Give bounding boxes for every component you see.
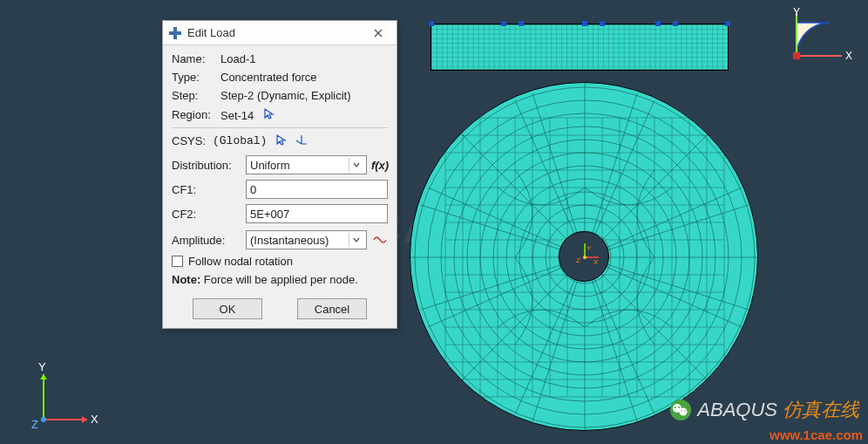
region-value: Set-14 <box>220 107 388 122</box>
step-label: Step: <box>172 89 220 102</box>
amplitude-select[interactable]: (Instantaneous) <box>246 230 367 249</box>
watermark-url: www.1cae.com <box>770 427 863 442</box>
view-orientation-gizmo[interactable]: X Y <box>781 7 861 70</box>
create-csys-icon[interactable] <box>295 133 309 148</box>
svg-text:Z: Z <box>31 418 38 431</box>
create-amplitude-icon[interactable] <box>372 234 388 246</box>
svg-text:Z: Z <box>576 256 580 264</box>
mesh-plate[interactable] <box>431 24 729 71</box>
mesh-disk[interactable]: Y X Z <box>410 82 758 431</box>
svg-text:X: X <box>91 413 98 426</box>
svg-point-62 <box>684 410 686 412</box>
type-value: Concentrated force <box>220 71 388 84</box>
follow-nodal-rotation-label: Follow nodal rotation <box>188 255 293 268</box>
pick-csys-icon[interactable] <box>275 133 288 148</box>
cf2-input[interactable]: 5E+007 <box>246 204 388 223</box>
svg-marker-49 <box>82 416 87 423</box>
name-label: Name: <box>172 52 220 65</box>
wechat-icon <box>669 399 692 421</box>
dialog-titlebar[interactable]: Edit Load <box>163 21 397 45</box>
app-icon <box>168 26 182 40</box>
svg-point-58 <box>680 408 688 416</box>
distribution-label: Distribution: <box>172 159 246 172</box>
svg-text:Y: Y <box>587 244 592 252</box>
svg-point-52 <box>41 417 46 422</box>
svg-text:X: X <box>845 50 852 62</box>
dialog-title: Edit Load <box>187 26 365 39</box>
distribution-select[interactable]: Uniform <box>246 155 367 174</box>
csys-label: CSYS: <box>172 134 206 147</box>
field-function-icon[interactable]: f(x) <box>372 159 388 172</box>
svg-rect-64 <box>173 27 177 39</box>
step-value: Step-2 (Dynamic, Explicit) <box>220 89 388 102</box>
svg-point-60 <box>678 406 680 408</box>
svg-marker-51 <box>40 374 47 379</box>
svg-text:Y: Y <box>38 360 46 373</box>
csys-value: (Global) <box>213 134 267 147</box>
watermark-brand: ABAQUS 仿真在线 <box>669 397 859 423</box>
close-button[interactable] <box>365 24 391 42</box>
cancel-button[interactable]: Cancel <box>297 298 367 319</box>
svg-point-61 <box>681 410 682 412</box>
svg-rect-45 <box>793 52 800 59</box>
svg-point-59 <box>675 406 676 408</box>
edit-load-dialog: Edit Load Name: Load-1 Type: Concentrate… <box>162 20 397 329</box>
close-icon <box>374 29 383 38</box>
cf1-label: CF1: <box>172 183 246 196</box>
svg-text:Y: Y <box>793 7 800 18</box>
follow-nodal-rotation-checkbox[interactable] <box>172 256 183 267</box>
region-label: Region: <box>172 108 220 121</box>
cf1-input[interactable]: 0 <box>246 180 388 199</box>
svg-point-39 <box>583 256 587 259</box>
ok-button[interactable]: OK <box>193 298 262 319</box>
pick-region-icon[interactable] <box>263 108 275 122</box>
global-triad: X Y Z <box>24 359 103 437</box>
svg-rect-3 <box>431 24 728 70</box>
svg-text:X: X <box>593 258 599 266</box>
chevron-down-icon <box>349 158 363 172</box>
chevron-down-icon <box>349 233 363 247</box>
note-text: Note: Force will be applied per node. <box>172 273 388 286</box>
name-value: Load-1 <box>220 52 388 65</box>
viewport-3d[interactable]: 1CAE.com <box>0 0 868 444</box>
amplitude-label: Amplitude: <box>172 234 246 247</box>
cf2-label: CF2: <box>172 208 246 221</box>
type-label: Type: <box>172 71 220 84</box>
